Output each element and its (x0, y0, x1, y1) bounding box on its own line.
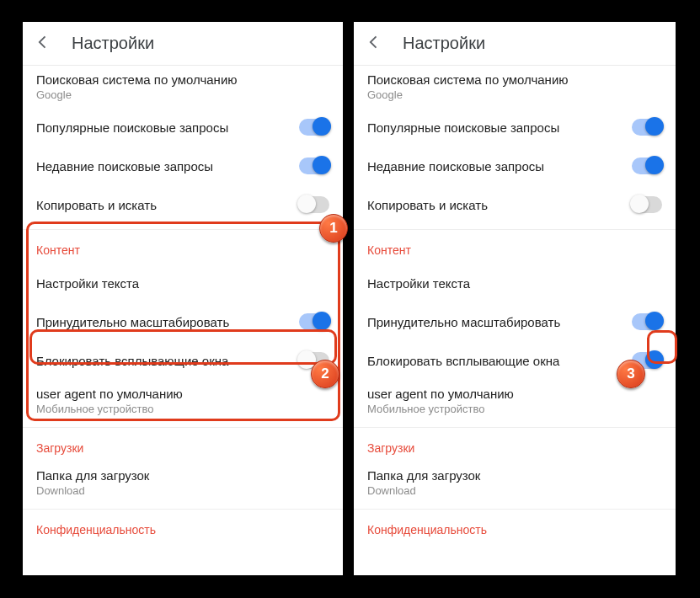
search-engine-label: Поисковая система по умолчанию (36, 72, 238, 87)
toggle-block-popups[interactable] (299, 352, 329, 369)
row-text-settings[interactable]: Настройки текста (23, 264, 343, 302)
row-force-zoom[interactable]: Принудительно масштабировать (23, 302, 343, 341)
section-privacy: Конфиденциальность (23, 509, 343, 543)
row-popular-searches[interactable]: Популярные поисковые запросы (354, 108, 676, 147)
row-text-settings[interactable]: Настройки текста (354, 264, 676, 302)
row-download-folder[interactable]: Папка для загрузок Download (354, 462, 676, 504)
row-user-agent[interactable]: user agent по умолчанию Мобильное устрой… (354, 380, 676, 422)
app-bar: Настройки (354, 22, 676, 66)
section-content: Контент (354, 229, 676, 264)
toggle-copy-search[interactable] (299, 196, 329, 213)
back-icon[interactable] (35, 34, 51, 54)
section-privacy: Конфиденциальность (354, 509, 676, 543)
section-downloads: Загрузки (354, 427, 676, 462)
row-search-engine[interactable]: Поисковая система по умолчанию Google (23, 66, 343, 108)
section-downloads: Загрузки (23, 427, 343, 462)
toggle-force-zoom[interactable] (632, 313, 662, 330)
row-recent-searches[interactable]: Недавние поисковые запросы (23, 147, 343, 185)
search-engine-value: Google (36, 88, 238, 101)
section-content: Контент (23, 229, 343, 264)
screenshot-right: Настройки Поисковая система по умолчанию… (354, 22, 676, 575)
page-title: Настройки (72, 34, 154, 53)
toggle-recent-searches[interactable] (632, 158, 662, 174)
toggle-block-popups[interactable] (632, 352, 662, 369)
toggle-force-zoom[interactable] (299, 313, 329, 330)
row-search-engine[interactable]: Поисковая система по умолчанию Google (354, 66, 676, 108)
app-bar: Настройки (23, 22, 343, 66)
row-force-zoom[interactable]: Принудительно масштабировать (354, 302, 676, 341)
back-icon[interactable] (366, 34, 382, 54)
row-block-popups[interactable]: Блокировать всплывающие окна (23, 341, 343, 380)
toggle-popular-searches[interactable] (299, 119, 329, 136)
toggle-popular-searches[interactable] (632, 119, 662, 136)
row-popular-searches[interactable]: Популярные поисковые запросы (23, 108, 343, 147)
page-title: Настройки (403, 34, 485, 53)
row-block-popups[interactable]: Блокировать всплывающие окна (354, 341, 676, 380)
row-recent-searches[interactable]: Недавние поисковые запросы (354, 147, 676, 185)
toggle-recent-searches[interactable] (299, 158, 329, 174)
screenshot-left: Настройки Поисковая система по умолчанию… (23, 22, 343, 575)
row-user-agent[interactable]: user agent по умолчанию Мобильное устрой… (23, 380, 343, 422)
row-download-folder[interactable]: Папка для загрузок Download (23, 462, 343, 504)
toggle-copy-search[interactable] (632, 196, 662, 213)
row-copy-search[interactable]: Копировать и искать (354, 185, 676, 224)
row-copy-search[interactable]: Копировать и искать (23, 185, 343, 224)
